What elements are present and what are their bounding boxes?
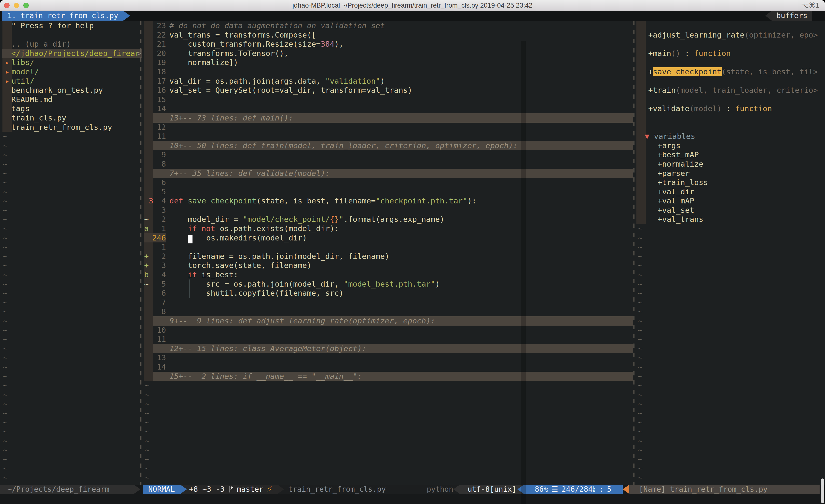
folded-region-row[interactable]: 15+-- 2 lines: if __name__ == "__main__"… (143, 372, 633, 381)
tagbar-variable-val_dir[interactable]: +val_dir (635, 187, 825, 196)
tilde-marker: ~ (3, 326, 8, 334)
code-row[interactable]: 14 (143, 104, 633, 113)
empty-line-tilde: ~ (2, 205, 142, 215)
code-row[interactable]: b4 if is_best: (143, 270, 633, 279)
nerdtree-item-benchmark-on-test-py[interactable]: benchmark_on_test.py (2, 86, 142, 95)
tagbar-variable-normalize[interactable]: +normalize (635, 160, 825, 169)
nerdtree-updir[interactable]: .. (up a dir) (2, 39, 142, 49)
tagbar-variable-parser[interactable]: +parser (635, 169, 825, 178)
window-separator-right[interactable] (633, 21, 634, 485)
nerdtree-item-train-retr-from-cls-py[interactable]: train_retr_from_cls.py (2, 123, 142, 132)
code-row[interactable]: 8 (143, 160, 633, 169)
tilde-marker: ~ (3, 160, 8, 168)
nerdtree-dir-label: libs/ (11, 58, 34, 67)
code-row[interactable]: 21 custom_transform.Resize(size=384), (143, 39, 633, 49)
code-row[interactable]: 20 transforms.ToTensor(), (143, 49, 633, 58)
code-row[interactable]: 14 (143, 362, 633, 372)
code-row[interactable]: 246 os.makedirs(model_dir) (143, 233, 633, 243)
nerdtree-item-tags[interactable]: tags (2, 104, 142, 113)
code-row[interactable]: 6 shutil.copyfile(filename, src) (143, 288, 633, 298)
window-separator-left[interactable] (140, 21, 141, 485)
code-row[interactable]: 9 (143, 150, 633, 160)
code-row[interactable]: +2 filename = os.path.join(model_dir, fi… (143, 252, 633, 261)
code-row[interactable]: 23# do not do data augmentation on valid… (143, 21, 633, 30)
code-token: "checkpoint.pth.tar" (376, 196, 467, 205)
empty-line-tilde: ~ (635, 335, 825, 344)
code-row[interactable]: 22val_trans = transforms.Compose([ (143, 30, 633, 40)
fold-text: +-- 2 lines: if __name__ == "__main__": (178, 372, 362, 381)
code-row[interactable]: ~5 src = os.path.join(model_dir, "model_… (143, 279, 633, 289)
nerdtree-item-train-cls-py[interactable]: train_cls.py (2, 113, 142, 123)
code-row[interactable]: 17val_dir = os.path.join(args.data, "val… (143, 77, 633, 86)
statusline-tagbar-name: [Name] train_retr_from_cls.py (629, 485, 820, 494)
code-row[interactable]: 6 (143, 178, 633, 187)
empty-line-tilde: ~ (2, 196, 142, 205)
tagbar-tag-row[interactable]: +main() : function (635, 49, 825, 58)
code-row[interactable]: 19 normalize]) (143, 58, 633, 67)
folded-region-row[interactable]: 9+-- 9 lines: def adjust_learning_rate(o… (143, 316, 633, 326)
fold-text: +-- 50 lines: def train(model, train_loa… (178, 141, 518, 150)
tagbar-token: +validate (648, 104, 689, 113)
line-number: 7 (169, 169, 174, 178)
tagbar-kind-header-variables[interactable]: ▼ variables (635, 132, 825, 141)
tilde-marker: ~ (3, 381, 8, 390)
nerdtree-root[interactable]: </jdhao/Projects/deep_firear> (2, 49, 142, 58)
tilde-marker: ~ (3, 242, 8, 251)
nerdtree-file-label: README.md (11, 95, 53, 104)
code-row[interactable]: 5 (143, 187, 633, 196)
tagbar-tag-row[interactable]: +validate(model) : function (635, 104, 825, 113)
code-row[interactable]: _34def save_checkpoint(state, is_best, f… (143, 196, 633, 205)
code-row[interactable]: 16val_set = QuerySet(root=val_dir, trans… (143, 86, 633, 95)
tagbar-tag-row[interactable]: +save_checkpoint(state, is_best, fil> (635, 67, 825, 77)
buffers-arrow-icon (765, 11, 772, 21)
tab-train-retr-from-cls[interactable]: 1. train_retr_from_cls.py (2, 11, 130, 21)
folded-region-row[interactable]: 12+-- 15 lines: class AverageMeter(objec… (143, 344, 633, 353)
code-row[interactable]: 13 (143, 353, 633, 362)
code-row[interactable]: a1 if not os.path.exists(model_dir): (143, 224, 633, 233)
tilde-marker: ~ (145, 399, 150, 408)
tagbar-variable-train_loss[interactable]: +train_loss (635, 178, 825, 187)
code-row[interactable]: 10 (143, 326, 633, 335)
code-row[interactable]: 3 (143, 205, 633, 215)
tagbar-tag-row[interactable]: +adjust_learning_rate(optimizer, epo> (635, 30, 825, 40)
tilde-marker: ~ (3, 390, 8, 399)
tagbar-tag-label: +args (658, 141, 680, 150)
code-row[interactable]: ~2 model_dir = "model/check_point/{}".fo… (143, 215, 633, 224)
tagbar-variable-best_mAP[interactable]: +best_mAP (635, 150, 825, 160)
folded-region-row[interactable]: 10+-- 50 lines: def train(model, train_l… (143, 141, 633, 150)
tagbar-variable-val_trans[interactable]: +val_trans (635, 215, 825, 224)
code-row[interactable]: 15 (143, 95, 633, 104)
nerdtree-item-libs[interactable]: ▸libs/ (2, 58, 142, 67)
empty-line-tilde: ~ (2, 399, 142, 409)
tagbar-variable-val_mAP[interactable]: +val_mAP (635, 196, 825, 205)
nerdtree-item-README-md[interactable]: README.md (2, 95, 142, 104)
code-row[interactable]: 11 (143, 132, 633, 141)
nerdtree-item-util[interactable]: ▸util/ (2, 77, 142, 86)
folded-region-row[interactable]: 13+-- 73 lines: def main(): (143, 113, 633, 123)
command-line[interactable] (0, 494, 825, 504)
tagbar-token: (state, is_best, fil> (722, 67, 818, 76)
code-row[interactable]: 1 (143, 242, 633, 252)
tagbar-token: +main (648, 49, 671, 58)
code-row[interactable]: +3 torch.save(state, filename) (143, 261, 633, 270)
tilde-marker: ~ (3, 187, 8, 196)
tilde-marker: ~ (3, 141, 8, 150)
col-separator: : (599, 485, 604, 494)
nerdtree-item-model[interactable]: ▸model/ (2, 67, 142, 77)
code-row[interactable]: 12 (143, 123, 633, 132)
line-number: 15 (169, 372, 178, 381)
empty-line-tilde: ~ (143, 473, 633, 482)
code-row[interactable]: 8 (143, 307, 633, 316)
window-title: jdhao-MBP.local ~/Projects/deep_firearm/… (0, 0, 825, 11)
tilde-marker: ~ (3, 178, 8, 187)
tagbar-variable-args[interactable]: +args (635, 141, 825, 150)
tilde-marker: ~ (638, 252, 643, 261)
code-row[interactable]: 7 (143, 298, 633, 307)
folded-region-row[interactable]: 7+-- 35 lines: def validate(model): (143, 169, 633, 178)
code-row[interactable]: 18 (143, 67, 633, 77)
code-row[interactable]: 11 (143, 335, 633, 344)
terminal-scrollbar-thumb[interactable] (821, 479, 824, 503)
tagbar-tag-row[interactable]: +train(model, train_loader, criterio> (635, 86, 825, 95)
empty-line-tilde: ~ (635, 326, 825, 335)
tagbar-variable-val_set[interactable]: +val_set (635, 205, 825, 215)
